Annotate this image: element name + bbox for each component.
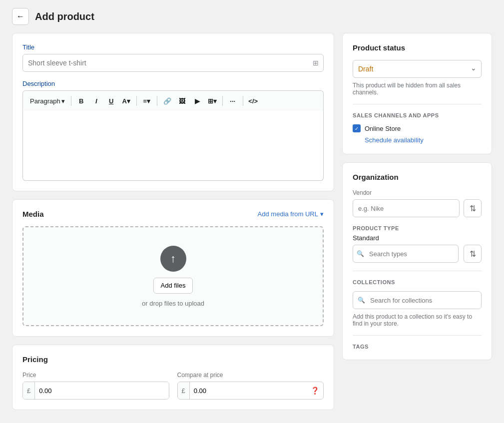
code-button[interactable]: </>: [246, 94, 260, 108]
table-button[interactable]: ⊞▾: [205, 94, 219, 108]
schedule-availability-link[interactable]: Schedule availability: [365, 136, 482, 144]
vendor-field: Vendor ⇅: [353, 189, 482, 217]
bold-button[interactable]: B: [74, 94, 88, 108]
compare-currency: £: [178, 382, 190, 399]
media-card: Media Add media from URL ▾ ↑ Add files o…: [12, 199, 334, 337]
image-button[interactable]: 🖼: [175, 94, 189, 108]
toolbar-divider-3: [157, 96, 157, 106]
vendor-row: ⇅: [353, 199, 482, 217]
price-row: Price £ Compare at price £ ❓: [22, 372, 324, 400]
align-button[interactable]: ≡▾: [140, 94, 154, 108]
title-input[interactable]: [22, 54, 324, 72]
search-types-search-wrap: [353, 245, 460, 263]
price-field: Price £: [22, 372, 169, 400]
divider-3: [353, 335, 482, 336]
toolbar-divider-5: [243, 96, 243, 106]
status-hint: This product will be hidden from all sal…: [353, 82, 482, 96]
collections-input[interactable]: [353, 291, 482, 309]
media-header: Media Add media from URL ▾: [22, 210, 324, 218]
title-description-card: Title ⊞ Description Paragraph ▾ B I U A▾: [12, 33, 334, 191]
collections-hint: Add this product to a collection so it's…: [353, 313, 482, 327]
vendor-input[interactable]: [353, 199, 460, 217]
title-label: Title: [22, 43, 324, 51]
online-store-checkbox[interactable]: ✓: [353, 124, 361, 132]
more-button[interactable]: ···: [226, 94, 240, 108]
product-type-field: PRODUCT TYPE Standard ⇅: [353, 225, 482, 263]
status-select[interactable]: Draft Active: [353, 60, 482, 78]
collections-field: COLLECTIONS Add this product to a collec…: [353, 279, 482, 327]
description-body[interactable]: [22, 111, 324, 181]
vendor-arrow-button[interactable]: ⇅: [464, 199, 482, 217]
title-input-wrap: ⊞: [22, 54, 324, 72]
search-types-arrow-button[interactable]: ⇅: [464, 245, 482, 263]
collections-label: COLLECTIONS: [353, 279, 482, 285]
add-media-url-link[interactable]: Add media from URL ▾: [258, 210, 324, 218]
price-input-wrap: £: [22, 382, 169, 400]
search-types-input[interactable]: [353, 245, 459, 263]
description-label: Description: [22, 80, 324, 87]
tags-label: TAGS: [353, 344, 482, 350]
color-button[interactable]: A▾: [119, 94, 133, 108]
description-toolbar: Paragraph ▾ B I U A▾ ≡▾ 🔗 🖼 ▶ ⊞▾: [22, 90, 324, 111]
page-header: ← Add product: [0, 0, 504, 33]
main-layout: Title ⊞ Description Paragraph ▾ B I U A▾: [0, 33, 504, 422]
vendor-label: Vendor: [353, 189, 482, 196]
pricing-card: Pricing Price £ Compare at price £ ❓: [12, 345, 334, 410]
back-button[interactable]: ←: [12, 8, 29, 25]
title-icon: ⊞: [313, 59, 319, 67]
link-button[interactable]: 🔗: [160, 94, 174, 108]
pricing-title: Pricing: [22, 355, 324, 364]
status-select-wrap: Draft Active: [353, 60, 482, 78]
online-store-channel: ✓ Online Store: [353, 124, 482, 132]
organization-card: Organization Vendor ⇅ PRODUCT TYPE Stand…: [342, 162, 492, 360]
product-type-label: PRODUCT TYPE: [353, 225, 482, 231]
divider-2: [353, 271, 482, 271]
upload-icon: ↑: [160, 246, 186, 272]
price-input[interactable]: [35, 382, 168, 399]
page-title: Add product: [35, 11, 94, 22]
paragraph-select[interactable]: Paragraph ▾: [27, 94, 68, 108]
video-button[interactable]: ▶: [190, 94, 204, 108]
compare-label: Compare at price: [177, 372, 324, 379]
compare-price-field: Compare at price £ ❓: [177, 372, 324, 400]
underline-button[interactable]: U: [104, 94, 118, 108]
sales-channels-label: SALES CHANNELS AND APPS: [353, 112, 482, 118]
left-column: Title ⊞ Description Paragraph ▾ B I U A▾: [12, 33, 334, 410]
toolbar-divider-1: [71, 96, 71, 106]
search-types-wrap: ⇅: [353, 245, 482, 263]
compare-input[interactable]: [190, 382, 307, 399]
product-status-card: Product status Draft Active This product…: [342, 33, 492, 154]
add-files-button[interactable]: Add files: [153, 278, 193, 294]
drop-zone[interactable]: ↑ Add files or drop files to upload: [22, 226, 324, 326]
toolbar-divider-2: [136, 96, 137, 106]
price-label: Price: [22, 372, 169, 379]
online-store-label: Online Store: [365, 125, 401, 132]
product-status-title: Product status: [353, 43, 482, 52]
price-currency: £: [23, 382, 35, 399]
media-title: Media: [22, 210, 44, 218]
drop-hint: or drop files to upload: [142, 300, 204, 307]
italic-button[interactable]: I: [89, 94, 103, 108]
toolbar-divider-4: [222, 96, 223, 106]
compare-help-icon: ❓: [307, 387, 323, 395]
collections-search-wrap: [353, 291, 482, 309]
compare-input-wrap: £ ❓: [177, 382, 324, 400]
right-column: Product status Draft Active This product…: [342, 33, 492, 360]
organization-title: Organization: [353, 173, 482, 181]
standard-label: Standard: [353, 234, 482, 242]
divider-1: [353, 104, 482, 104]
